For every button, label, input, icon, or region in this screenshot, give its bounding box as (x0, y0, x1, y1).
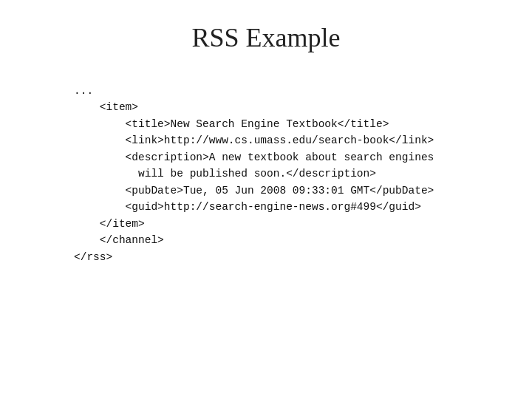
slide-title: RSS Example (191, 22, 340, 53)
slide-container: RSS Example ... <item> <title>New Search… (0, 0, 532, 399)
code-block: ... <item> <title>New Search Engine Text… (74, 83, 434, 265)
